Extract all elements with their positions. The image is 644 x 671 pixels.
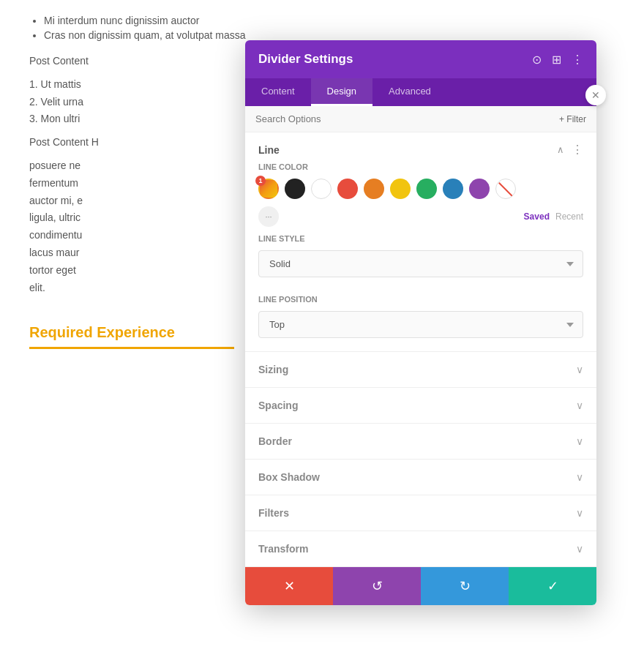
filters-title: Filters	[258, 507, 289, 519]
modal-close-x-button[interactable]: ✕	[585, 85, 606, 105]
line-style-label: Line Style	[258, 234, 583, 243]
line-section-title: Line	[258, 144, 280, 156]
line-color-label: Line Color	[258, 162, 583, 171]
tab-advanced[interactable]: Advanced	[372, 78, 447, 106]
tab-design[interactable]: Design	[311, 78, 372, 106]
spacing-section[interactable]: Spacing ∨	[245, 388, 596, 424]
line-section-more-icon[interactable]: ⋮	[572, 143, 583, 157]
cancel-button[interactable]: ✕	[245, 567, 333, 605]
focus-icon[interactable]: ⊙	[532, 53, 542, 67]
list-item: Cras non dignissim quam, at volutpat mas…	[44, 29, 615, 41]
search-bar: + Filter	[245, 106, 596, 132]
color-swatch-yellow[interactable]	[390, 179, 411, 199]
tabs-bar: Content Design Advanced	[245, 78, 596, 106]
transform-chevron: ∨	[576, 543, 583, 555]
border-title: Border	[258, 435, 292, 447]
filters-section[interactable]: Filters ∨	[245, 495, 596, 531]
line-section-content: Line Color 1	[245, 162, 596, 351]
line-position-wrapper: Top Center Bottom	[258, 311, 583, 338]
border-section[interactable]: Border ∨	[245, 424, 596, 460]
orange-divider	[29, 347, 234, 349]
line-section-icons: ∧ ⋮	[557, 143, 583, 157]
transform-section[interactable]: Transform ∨	[245, 531, 596, 567]
line-position-label: Line Position	[258, 295, 583, 304]
recent-tab[interactable]: Recent	[555, 211, 583, 222]
sizing-section[interactable]: Sizing ∨	[245, 352, 596, 388]
saved-recent-tabs: Saved Recent	[524, 211, 583, 222]
filters-chevron: ∨	[576, 507, 583, 519]
line-section-header[interactable]: Line ∧ ⋮	[245, 132, 596, 160]
color-badge: 1	[255, 176, 266, 186]
redo-button[interactable]: ↻	[421, 567, 509, 605]
modal-footer: ✕ ↺ ↻ ✓	[245, 567, 596, 605]
color-swatch-black[interactable]	[285, 179, 305, 199]
line-section-collapse-icon[interactable]: ∧	[557, 144, 564, 155]
color-swatch-none[interactable]	[495, 179, 516, 199]
grid-icon[interactable]: ⊞	[552, 53, 561, 67]
box-shadow-chevron: ∨	[576, 471, 583, 483]
modal-header: Divider Settings ⊙ ⊞ ⋮	[245, 40, 596, 78]
reset-button[interactable]: ↺	[333, 567, 421, 605]
sizing-chevron: ∨	[576, 364, 583, 375]
saved-tab[interactable]: Saved	[524, 211, 550, 222]
color-swatch-orange[interactable]	[364, 179, 384, 199]
modal-title: Divider Settings	[258, 52, 353, 67]
confirm-button[interactable]: ✓	[509, 567, 596, 605]
search-input[interactable]	[255, 113, 475, 124]
more-menu-icon[interactable]: ⋮	[572, 53, 583, 67]
bullet-list: Mi interdum nunc dignissim auctor Cras n…	[29, 15, 615, 41]
color-swatches-row: 1	[258, 179, 583, 199]
tab-content[interactable]: Content	[245, 78, 311, 106]
color-swatch-purple[interactable]	[469, 179, 490, 199]
box-shadow-section[interactable]: Box Shadow ∨	[245, 460, 596, 495]
color-swatch-active[interactable]: 1	[258, 179, 279, 199]
filter-button[interactable]: + Filter	[559, 114, 586, 124]
more-colors-button[interactable]: ···	[258, 206, 279, 227]
color-swatch-white[interactable]	[311, 179, 332, 199]
divider-settings-modal: Divider Settings ⊙ ⊞ ⋮ Content Design Ad…	[245, 40, 596, 605]
spacing-chevron: ∨	[576, 400, 583, 411]
color-swatch-blue[interactable]	[443, 179, 463, 199]
border-chevron: ∨	[576, 435, 583, 447]
transform-title: Transform	[258, 543, 308, 555]
line-section: Line ∧ ⋮ Line Color 1	[245, 132, 596, 352]
color-swatch-green[interactable]	[416, 179, 437, 199]
sizing-title: Sizing	[258, 364, 288, 375]
modal-body: Line ∧ ⋮ Line Color 1	[245, 132, 596, 567]
list-item: Mi interdum nunc dignissim auctor	[44, 15, 615, 26]
color-swatch-red[interactable]	[337, 179, 358, 199]
box-shadow-title: Box Shadow	[258, 471, 320, 483]
spacing-title: Spacing	[258, 400, 298, 411]
modal-header-icons: ⊙ ⊞ ⋮	[532, 53, 583, 67]
line-style-select[interactable]: Solid Dashed Dotted Double	[258, 250, 583, 277]
line-style-wrapper: Solid Dashed Dotted Double	[258, 250, 583, 286]
line-position-select[interactable]: Top Center Bottom	[258, 311, 583, 338]
